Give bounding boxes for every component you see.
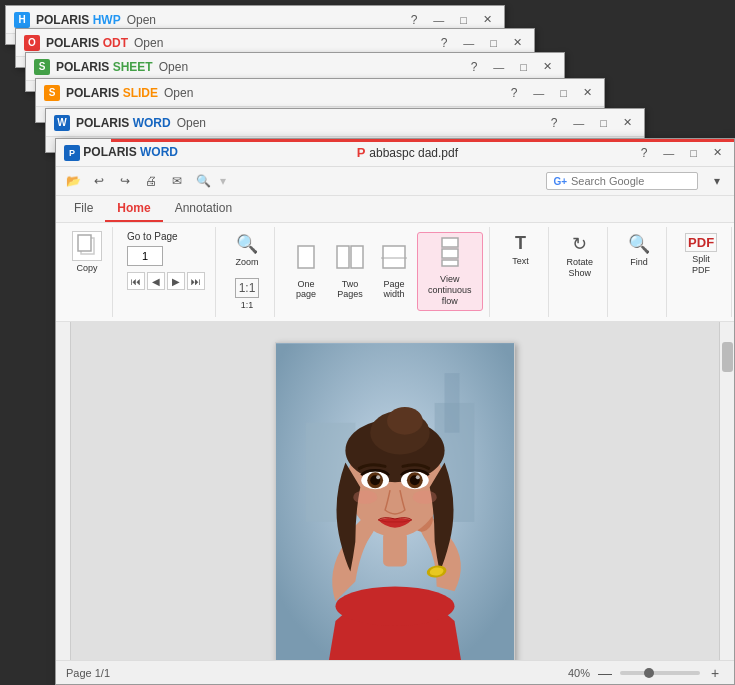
right-scrollbar[interactable] <box>719 322 734 660</box>
zoom-controls: 40% — + <box>568 664 724 682</box>
hwp-question[interactable]: ? <box>407 12 422 28</box>
nav-first-btn[interactable]: ⏮ <box>127 272 145 290</box>
zoom-plus-btn[interactable]: + <box>706 664 724 682</box>
split-pdf-label: SplitPDF <box>692 254 710 276</box>
goto-label: Go to Page <box>127 231 178 242</box>
svg-rect-5 <box>383 246 405 268</box>
one-to-one-btn[interactable]: 1:1 1:1 <box>226 274 268 315</box>
tab-file[interactable]: File <box>62 196 105 222</box>
sheet-close[interactable]: ✕ <box>539 59 556 74</box>
main-close[interactable]: ✕ <box>709 145 726 160</box>
hwp-minimize[interactable]: — <box>429 13 448 27</box>
page-info: Page 1/1 <box>66 667 110 679</box>
word-app-icon: W <box>54 115 70 131</box>
svg-rect-1 <box>78 235 91 251</box>
email-btn[interactable]: ✉ <box>166 170 188 192</box>
toolbar-row1: 📂 ↩ ↪ 🖨 ✉ 🔍 ▾ G+ ▾ <box>56 167 734 196</box>
rotate-btn[interactable]: ↻ RotateShow <box>559 229 602 283</box>
pdf-filename: abbaspc dad.pdf <box>369 146 458 160</box>
zoom-slider[interactable] <box>620 671 700 675</box>
main-maximize[interactable]: □ <box>686 146 701 160</box>
two-pages-btn[interactable]: TwoPages <box>329 240 371 305</box>
sheet-maximize[interactable]: □ <box>516 60 531 74</box>
main-question[interactable]: ? <box>637 145 652 161</box>
polaris-pdf-app-icon: P <box>64 145 80 161</box>
search-small-btn[interactable]: 🔍 <box>192 170 214 192</box>
text-btn[interactable]: T Text <box>500 229 542 271</box>
odt-close[interactable]: ✕ <box>509 35 526 50</box>
odt-minimize[interactable]: — <box>459 36 478 50</box>
hwp-close[interactable]: ✕ <box>479 12 496 27</box>
odt-title: POLARIS ODT <box>46 36 128 50</box>
nav-next-btn[interactable]: ▶ <box>167 272 185 290</box>
view-continuous-icon <box>439 237 461 272</box>
copy-label: Copy <box>76 263 97 274</box>
scrollbar-thumb[interactable] <box>722 342 733 372</box>
sheet-app-icon: S <box>34 59 50 75</box>
active-tab-line <box>111 139 734 142</box>
find-btn[interactable]: 🔍 Find <box>618 229 660 272</box>
google-search-input[interactable] <box>571 175 691 187</box>
word-close[interactable]: ✕ <box>619 115 636 130</box>
page-content[interactable]: AbbasPC.Net <box>71 322 719 660</box>
content-area: AbbasPC.Net <box>56 322 734 660</box>
redo-btn[interactable]: ↪ <box>114 170 136 192</box>
main-minimize[interactable]: — <box>659 146 678 160</box>
goto-page-input[interactable] <box>127 246 163 266</box>
svg-rect-2 <box>298 246 314 268</box>
slide-question[interactable]: ? <box>507 85 522 101</box>
odt-maximize[interactable]: □ <box>486 36 501 50</box>
odt-app-icon: O <box>24 35 40 51</box>
odt-question[interactable]: ? <box>437 35 452 51</box>
slide-title: POLARIS SLIDE <box>66 86 158 100</box>
nav-prev-btn[interactable]: ◀ <box>147 272 165 290</box>
two-pages-label: TwoPages <box>337 279 363 301</box>
print-btn[interactable]: 🖨 <box>140 170 162 192</box>
toolbar-dropdown-btn[interactable]: ▾ <box>706 170 728 192</box>
undo-btn[interactable]: ↩ <box>88 170 110 192</box>
word-question[interactable]: ? <box>547 115 562 131</box>
hwp-open[interactable]: Open <box>127 13 156 27</box>
zoom-minus-btn[interactable]: — <box>596 664 614 682</box>
sheet-minimize[interactable]: — <box>489 60 508 74</box>
rotate-icon: ↻ <box>572 233 587 255</box>
page-width-icon <box>380 244 408 277</box>
word-open[interactable]: Open <box>177 116 206 130</box>
svg-rect-19 <box>383 531 407 566</box>
open-file-btn[interactable]: 📂 <box>62 170 84 192</box>
portrait-image: AbbasPC.Net <box>276 343 514 660</box>
odt-open[interactable]: Open <box>134 36 163 50</box>
word-minimize[interactable]: — <box>569 116 588 130</box>
view-continuous-btn[interactable]: View continuousflow <box>417 232 483 311</box>
svg-rect-3 <box>337 246 349 268</box>
zoom-icon: 🔍 <box>236 233 258 255</box>
split-pdf-btn[interactable]: PDF SplitPDF <box>677 229 725 280</box>
hwp-maximize[interactable]: □ <box>456 13 471 27</box>
two-pages-icon <box>336 244 364 277</box>
word-maximize[interactable]: □ <box>596 116 611 130</box>
copy-group: Copy <box>62 227 113 317</box>
slide-open[interactable]: Open <box>164 86 193 100</box>
slide-minimize[interactable]: — <box>529 86 548 100</box>
ribbon: Copy Go to Page ⏮ ◀ ▶ ⏭ 🔍 Zo <box>56 223 734 322</box>
left-panel <box>56 322 71 660</box>
one-page-btn[interactable]: Onepage <box>285 240 327 305</box>
sheet-question[interactable]: ? <box>467 59 482 75</box>
google-search-box[interactable]: G+ <box>546 172 698 190</box>
slide-maximize[interactable]: □ <box>556 86 571 100</box>
text-icon: T <box>515 233 526 254</box>
find-icon: 🔍 <box>628 233 650 255</box>
zoom-slider-thumb[interactable] <box>644 668 654 678</box>
one-page-icon <box>295 244 317 277</box>
sheet-open[interactable]: Open <box>159 60 188 74</box>
word-title: POLARIS WORD <box>76 116 171 130</box>
zoom-btn[interactable]: 🔍 Zoom <box>226 229 268 272</box>
status-bar: Page 1/1 40% — + <box>56 660 734 684</box>
tab-annotation[interactable]: Annotation <box>163 196 244 222</box>
slide-close[interactable]: ✕ <box>579 85 596 100</box>
text-label: Text <box>512 256 529 267</box>
tab-home[interactable]: Home <box>105 196 162 222</box>
nav-last-btn[interactable]: ⏭ <box>187 272 205 290</box>
hwp-title: POLARIS HWP <box>36 13 121 27</box>
page-width-btn[interactable]: Pagewidth <box>373 240 415 305</box>
